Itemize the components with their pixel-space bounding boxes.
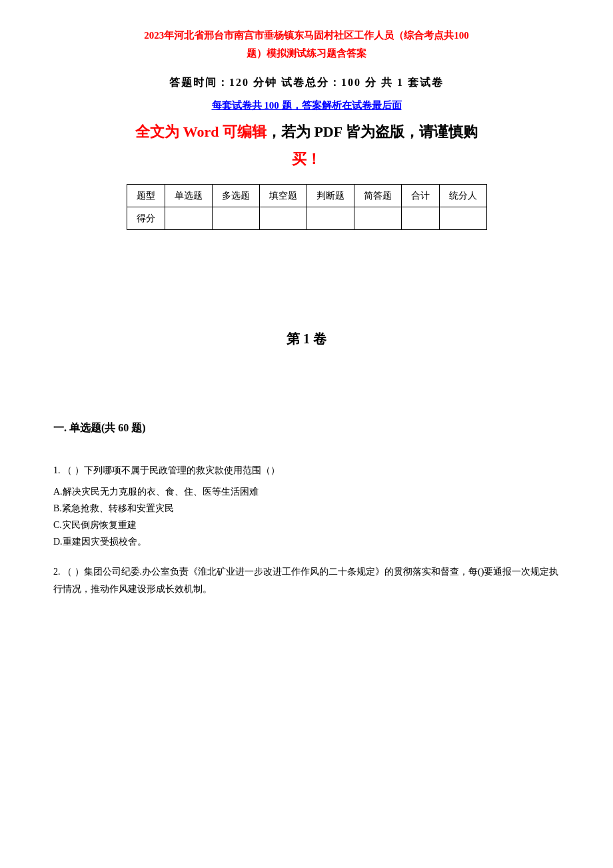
question-1-option-a: A.解决灾民无力克服的衣、食、住、医等生活困难 bbox=[53, 483, 560, 500]
question-1: 1. （ ）下列哪项不属于民政管理的救灾款使用范围（） A.解决灾民无力克服的衣… bbox=[53, 462, 560, 550]
notice-line: 每套试卷共 100 题，答案解析在试卷最后面 bbox=[53, 99, 560, 112]
score-single bbox=[165, 207, 212, 230]
question-1-stem: 1. （ ）下列哪项不属于民政管理的救灾款使用范围（） bbox=[53, 462, 560, 479]
col-scorer: 统分人 bbox=[439, 185, 486, 207]
exam-info: 答题时间：120 分钟 试卷总分：100 分 共 1 套试卷 bbox=[53, 76, 560, 90]
score-scorer bbox=[439, 207, 486, 230]
question-2: 2. （ ）集团公司纪委.办公室负责《淮北矿业进一步改进工作作风的二十条规定》的… bbox=[53, 563, 560, 597]
score-table: 题型 单选题 多选题 填空题 判断题 简答题 合计 统分人 得分 bbox=[127, 184, 487, 230]
score-total bbox=[401, 207, 439, 230]
col-single: 单选题 bbox=[165, 185, 212, 207]
score-multi bbox=[212, 207, 259, 230]
col-short: 简答题 bbox=[354, 185, 401, 207]
col-judge: 判断题 bbox=[306, 185, 354, 207]
score-fill bbox=[259, 207, 306, 230]
col-multi: 多选题 bbox=[212, 185, 259, 207]
row-score-label: 得分 bbox=[127, 207, 165, 230]
score-judge bbox=[306, 207, 354, 230]
question-1-option-d: D.重建因灾受损校舍。 bbox=[53, 533, 560, 550]
warning-line-2: 买！ bbox=[53, 147, 560, 171]
page-title: 2023年河北省邢台市南宫市垂杨镇东马固村社区工作人员（综合考点共100 题）模… bbox=[53, 27, 560, 63]
vol-title: 第 1 卷 bbox=[53, 330, 560, 348]
score-short bbox=[354, 207, 401, 230]
question-1-option-b: B.紧急抢救、转移和安置灾民 bbox=[53, 500, 560, 517]
col-fill: 填空题 bbox=[259, 185, 306, 207]
col-type: 题型 bbox=[127, 185, 165, 207]
warning-line: 全文为 Word 可编辑，若为 PDF 皆为盗版，请谨慎购 bbox=[53, 120, 560, 143]
col-total: 合计 bbox=[401, 185, 439, 207]
question-1-option-c: C.灾民倒房恢复重建 bbox=[53, 517, 560, 533]
question-2-stem: 2. （ ）集团公司纪委.办公室负责《淮北矿业进一步改进工作作风的二十条规定》的… bbox=[53, 563, 560, 597]
section1-title: 一. 单选题(共 60 题) bbox=[53, 421, 560, 435]
